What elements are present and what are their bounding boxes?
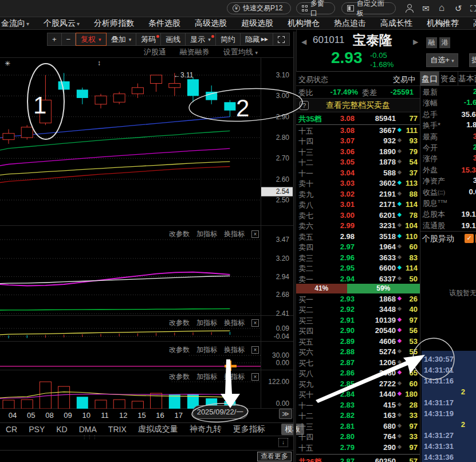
- tab-0[interactable]: 盘口: [420, 72, 439, 86]
- buy-row-13[interactable]: 十三2.81680◆97: [296, 422, 420, 433]
- indicator-tab-6[interactable]: 神奇九转: [190, 424, 222, 434]
- indicator-tab-5[interactable]: 虚拟成交量: [138, 424, 178, 434]
- buy-row-15[interactable]: 十五2.79290◆97: [296, 443, 420, 454]
- prev-stock-arrow[interactable]: ◀: [301, 38, 306, 46]
- buy-row-12[interactable]: 十二2.82163◆33: [296, 411, 420, 422]
- alert-button-clipped[interactable]: 提: [469, 53, 476, 67]
- tab-2[interactable]: 基本面: [458, 72, 476, 86]
- date-box[interactable]: 2025/09/22/一: [192, 405, 248, 419]
- buy-row-6[interactable]: 买六2.885274◆55: [296, 347, 420, 358]
- buy-row-5[interactable]: 买五2.894606◆53: [296, 337, 420, 348]
- market-link-1[interactable]: 融资融券: [180, 47, 210, 57]
- quick-trade-button[interactable]: ¥ 快速交易P12: [227, 2, 291, 14]
- multi-window-button[interactable]: 多窗口: [296, 2, 335, 14]
- menu-item-1[interactable]: 个股风云▾: [44, 18, 80, 29]
- menu-more[interactable]: »: [440, 19, 444, 28]
- panel-toolbar-item-0[interactable]: 改参数: [169, 372, 190, 382]
- sell-row-11[interactable]: 卖五2.983518◆110: [296, 232, 420, 243]
- drag-grip-icon[interactable]: ⋮⋮⋮: [82, 434, 97, 440]
- user-icon[interactable]: [406, 4, 414, 13]
- buy-row-8[interactable]: 买八2.862680◆65: [296, 369, 420, 379]
- alert-checkbox[interactable]: ✓: [465, 234, 474, 243]
- menu-item-4[interactable]: 高级选股: [195, 18, 227, 29]
- indicator-tab-3[interactable]: DMA: [79, 425, 97, 434]
- toolbar-button-3[interactable]: 叠加▾: [107, 33, 137, 46]
- sell-row-8[interactable]: 卖八3.012171◆114: [296, 200, 420, 211]
- sell-row-2[interactable]: 十四3.07932◆93: [296, 136, 420, 147]
- full-depth-link[interactable]: 查看完整档买卖盘: [296, 100, 420, 111]
- buy-row-2[interactable]: 买二2.923448◆40: [296, 305, 420, 316]
- toolbar-button-1[interactable]: −: [62, 33, 76, 46]
- indicator-tab-7[interactable]: 更多指标: [233, 424, 265, 434]
- tab-1[interactable]: 资金: [439, 72, 458, 86]
- toolbar-button-0[interactable]: +: [47, 33, 62, 46]
- sell-row-12[interactable]: 卖四2.971964◆60: [296, 242, 420, 253]
- toolbar-button-4[interactable]: 筹码: [136, 33, 161, 46]
- panel-toolbar-item-2[interactable]: 换指标: [224, 345, 245, 355]
- sell-row-4[interactable]: 十二3.051878◆54: [296, 158, 420, 169]
- ma-settings-dropdown[interactable]: 设置均线 ▾: [223, 47, 258, 57]
- sell-row-9[interactable]: 卖七3.006201◆78: [296, 211, 420, 222]
- panel-save-icon[interactable]: ↓: [278, 438, 288, 447]
- sell-row-10[interactable]: 卖六2.993231◆104: [296, 221, 420, 232]
- close-icon[interactable]: ×: [251, 319, 259, 327]
- undo-icon[interactable]: ↺: [455, 3, 462, 14]
- sell-row-13[interactable]: 卖三2.963633◆83: [296, 253, 420, 264]
- market-link-0[interactable]: 沪股通: [144, 47, 166, 57]
- panel-toolbar-item-1[interactable]: 加指标: [196, 229, 217, 239]
- buy-row-9[interactable]: 买九2.852722◆60: [296, 379, 420, 390]
- fullscreen-button[interactable]: [273, 33, 290, 46]
- buy-row-7[interactable]: 买七2.871206◆46: [296, 358, 420, 369]
- buy-row-10[interactable]: 买十2.841440◆180: [296, 390, 420, 401]
- toolbar-button-5[interactable]: 画线: [161, 33, 186, 46]
- sell-row-5[interactable]: 十一3.04588◆37: [296, 169, 420, 179]
- menu-item-7[interactable]: 热点追击: [334, 18, 366, 29]
- view-more-button[interactable]: 查看更多: [257, 452, 292, 461]
- home-icon[interactable]: ⌂: [439, 2, 444, 14]
- buy-row-11[interactable]: 十一2.83415◆28: [296, 401, 420, 412]
- toolbar-button-7[interactable]: 简约: [216, 33, 241, 46]
- panel-toolbar-item-0[interactable]: 改参数: [169, 345, 190, 355]
- panel-toolbar-item-2[interactable]: 换指标: [224, 372, 245, 382]
- custom-panel-button[interactable]: 自定义面板: [341, 2, 396, 14]
- toolbar-button-2[interactable]: 复权▾: [76, 33, 107, 46]
- menu-item-8[interactable]: 高成长性: [380, 18, 412, 29]
- indicator-tab-4[interactable]: TRIX: [108, 425, 127, 434]
- indicator-tab-0[interactable]: CR: [6, 425, 17, 434]
- panel-toolbar-item-1[interactable]: 加指标: [196, 345, 217, 355]
- panel-toolbar-item-1[interactable]: 加指标: [196, 372, 217, 382]
- close-icon[interactable]: ×: [251, 373, 259, 381]
- panel-toolbar-item-0[interactable]: 改参数: [169, 229, 190, 239]
- menu-item-3[interactable]: 条件选股: [148, 18, 180, 29]
- sell-row-3[interactable]: 十三3.061890◆79: [296, 147, 420, 158]
- toolbar-button-6[interactable]: 显示▾: [186, 33, 216, 46]
- panel-toolbar-item-0[interactable]: 改参数: [169, 318, 190, 328]
- toolbar-button-8[interactable]: 隐藏▶▶: [241, 33, 273, 46]
- menu-item-5[interactable]: 超级选股: [241, 18, 273, 29]
- add-watchlist-button[interactable]: 自选+ ▾: [426, 53, 458, 67]
- sell-row-14[interactable]: 卖二2.956600◆114: [296, 264, 420, 275]
- sell-row-6[interactable]: 卖十3.033602◆113: [296, 179, 420, 190]
- menu-item-2[interactable]: 分析师指数: [94, 18, 134, 29]
- sell-row-1[interactable]: 十五3.083667◆111: [296, 126, 420, 137]
- theme-icon[interactable]: ⛶: [470, 3, 476, 14]
- buy-row-14[interactable]: 十四2.80764◆33: [296, 432, 420, 443]
- indicator-tab-1[interactable]: PSY: [29, 425, 45, 434]
- scroll-right-button[interactable]: ≫: [279, 409, 292, 419]
- buy-row-4[interactable]: 买四2.9020540◆56: [296, 326, 420, 337]
- menu-item-10[interactable]: 高管增持: [473, 18, 476, 29]
- close-icon[interactable]: ×: [251, 346, 259, 354]
- menu-item-6[interactable]: 机构增仓: [288, 18, 320, 29]
- menu-item-0[interactable]: 金流向▾: [1, 18, 29, 29]
- next-stock-arrow[interactable]: ▶: [413, 38, 418, 46]
- panel-toolbar-item-1[interactable]: 加指标: [196, 318, 217, 328]
- full-depth-link-row[interactable]: ? 查看完整档买卖盘: [296, 99, 420, 112]
- close-icon[interactable]: ×: [251, 230, 259, 238]
- sell-row-7[interactable]: 卖九3.022191◆88: [296, 190, 420, 201]
- buy-row-3[interactable]: 买三2.9110139◆97: [296, 316, 420, 327]
- panel-toolbar-item-2[interactable]: 换指标: [224, 318, 245, 328]
- buy-row-1[interactable]: 买一2.931868◆26: [296, 295, 420, 306]
- panel-toolbar-item-2[interactable]: 换指标: [224, 229, 245, 239]
- indicator-tab-2[interactable]: KD: [56, 425, 67, 434]
- mail-icon[interactable]: ✉: [422, 3, 430, 14]
